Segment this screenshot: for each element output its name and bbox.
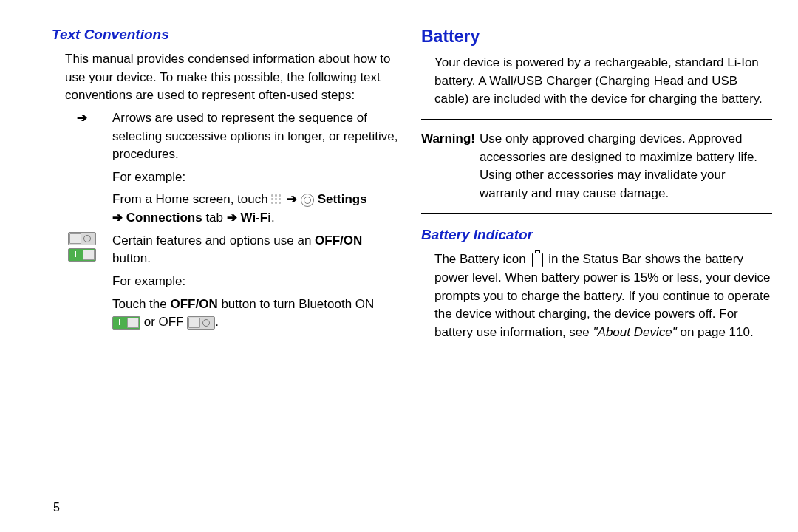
toggle-def-line: Certain features and options use an OFF/… <box>112 232 403 268</box>
settings-icon <box>301 194 314 207</box>
battery-icon <box>532 253 543 267</box>
period-1: . <box>271 211 275 225</box>
toggle-on-inline-icon <box>112 316 140 330</box>
warning-body: Use only approved charging devices. Appr… <box>480 130 772 203</box>
crossref-about-device: "About Device" <box>593 325 677 339</box>
tab-text: tab <box>202 211 227 225</box>
arrow-icon: ➔ <box>287 192 297 206</box>
arrow-icon-3: ➔ <box>227 211 237 225</box>
warning-rule-top <box>421 119 772 120</box>
right-column: Battery Your device is powered by a rech… <box>421 27 772 342</box>
toggle-example: Touch the OFF/ON button to turn Bluetoot… <box>112 296 403 332</box>
period-2: . <box>215 315 219 329</box>
text-conventions-intro: This manual provides condensed informati… <box>65 50 403 105</box>
toggle-key-icons <box>52 232 112 262</box>
heading-battery: Battery <box>421 27 772 47</box>
arrow-icon-2: ➔ <box>112 211 123 225</box>
heading-battery-indicator: Battery Indicator <box>421 227 772 243</box>
arrow-ex-prefix: From a Home screen, touch <box>112 192 271 206</box>
arrow-definition: Arrows are used to represent the sequenc… <box>112 109 403 228</box>
connections-bold: Connections <box>123 211 202 225</box>
toggle-definition: Certain features and options use an OFF/… <box>112 232 403 332</box>
toggle-ex-b: button to turn Bluetooth ON <box>218 297 375 311</box>
toggle-on-icon <box>68 248 96 262</box>
toggle-ex-a: Touch the <box>112 297 170 311</box>
indicator-a: The Battery icon <box>434 252 530 266</box>
page-number: 5 <box>53 501 60 514</box>
heading-text-conventions: Text Conventions <box>52 27 403 43</box>
settings-bold: Settings <box>318 192 367 206</box>
toggle-def-a: Certain features and options use an <box>112 233 315 248</box>
for-example-1: For example: <box>112 168 403 187</box>
toggle-off-icon <box>68 232 96 245</box>
warning-block: Warning! Use only approved charging devi… <box>421 130 772 203</box>
crossref-tail: on page 110. <box>680 325 753 339</box>
arrow-def-text: Arrows are used to represent the sequenc… <box>112 109 403 164</box>
offon-bold-1: OFF/ON <box>315 233 362 248</box>
toggle-off-inline-icon <box>187 316 215 330</box>
left-column: Text Conventions This manual provides co… <box>52 27 403 332</box>
offon-bold-2: OFF/ON <box>170 297 217 311</box>
warning-label: Warning! <box>421 132 475 146</box>
battery-intro: Your device is powered by a rechargeable… <box>434 54 772 109</box>
wifi-bold: Wi-Fi <box>237 211 271 225</box>
warning-rule-bottom <box>421 213 772 214</box>
toggle-def-b: button. <box>112 251 151 265</box>
arrow-symbol: ➔ <box>52 109 112 128</box>
battery-indicator-body: The Battery icon in the Status Bar shows… <box>434 250 772 341</box>
or-text: or OFF <box>140 315 187 329</box>
apps-icon <box>271 194 283 206</box>
for-example-2: For example: <box>112 273 403 291</box>
arrow-example: From a Home screen, touch ➔ Settings ➔ C… <box>112 191 403 227</box>
